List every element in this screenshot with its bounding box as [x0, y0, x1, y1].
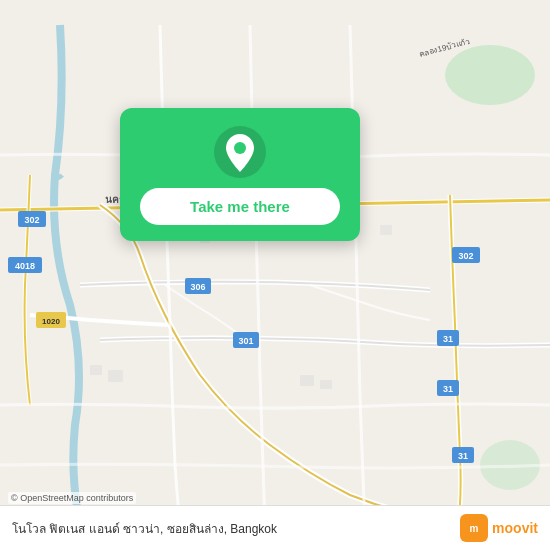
map-container: 302 4018 306 301 31 31 302 1020 31 นครนน…: [0, 0, 550, 550]
bottom-bar: โนโวล ฟิตเนส แอนด์ ซาวน่า, ซอยสินล่าง, B…: [0, 505, 550, 550]
svg-text:m: m: [470, 523, 479, 534]
svg-rect-26: [300, 375, 314, 386]
osm-attribution: © OpenStreetMap contributors: [8, 492, 136, 504]
map-roads: 302 4018 306 301 31 31 302 1020 31 นครนน…: [0, 0, 550, 550]
moovit-logo: m moovit: [460, 514, 538, 542]
svg-text:31: 31: [458, 451, 468, 461]
svg-text:302: 302: [24, 215, 39, 225]
svg-text:4018: 4018: [15, 261, 35, 271]
svg-text:31: 31: [443, 384, 453, 394]
take-me-there-button[interactable]: Take me there: [140, 188, 340, 225]
location-pin-icon: [214, 126, 266, 178]
svg-point-0: [445, 45, 535, 105]
svg-text:306: 306: [190, 282, 205, 292]
location-card: Take me there: [120, 108, 360, 241]
svg-text:302: 302: [458, 251, 473, 261]
svg-rect-27: [320, 380, 332, 389]
svg-text:301: 301: [238, 336, 253, 346]
moovit-label: moovit: [492, 520, 538, 536]
location-address: โนโวล ฟิตเนส แอนด์ ซาวน่า, ซอยสินล่าง, B…: [12, 519, 460, 538]
svg-point-31: [234, 142, 246, 154]
svg-text:1020: 1020: [42, 317, 60, 326]
svg-rect-29: [380, 225, 392, 235]
svg-rect-24: [90, 365, 102, 375]
svg-text:31: 31: [443, 334, 453, 344]
moovit-icon: m: [460, 514, 488, 542]
svg-rect-25: [108, 370, 123, 382]
